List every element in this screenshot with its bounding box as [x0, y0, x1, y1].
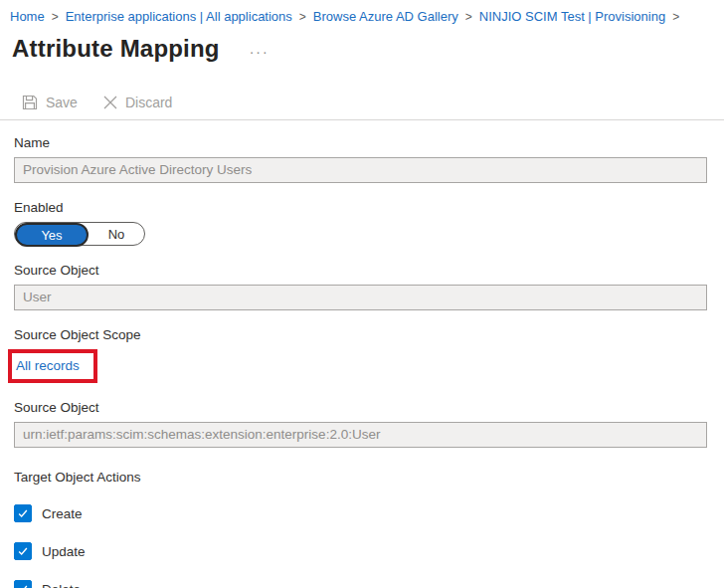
source-object-schema-group: Source Object urn:ietf:params:scim:schem…: [14, 400, 707, 448]
breadcrumb-separator: >: [465, 10, 472, 24]
source-object-scope-group: Source Object Scope All records: [14, 327, 707, 383]
create-checkbox-label: Create: [42, 506, 83, 521]
update-checkbox-label: Update: [42, 544, 86, 559]
name-label: Name: [14, 135, 707, 150]
breadcrumb-item-home[interactable]: Home: [10, 9, 45, 24]
checkmark-icon: [17, 583, 29, 588]
breadcrumb-separator: >: [52, 10, 59, 24]
delete-checkbox-label: Delete: [42, 582, 81, 588]
create-checkbox[interactable]: [14, 504, 32, 522]
breadcrumb: Home>Enterprise applications | All appli…: [0, 0, 724, 24]
delete-checkbox[interactable]: [14, 580, 32, 588]
name-input[interactable]: Provision Azure Active Directory Users: [14, 157, 707, 183]
source-object-schema-input[interactable]: urn:ietf:params:scim:schemas:extension:e…: [14, 422, 707, 448]
source-object-label: Source Object: [14, 263, 707, 278]
more-options-button[interactable]: ···: [250, 41, 270, 57]
create-action-row: Create: [14, 504, 707, 522]
discard-button[interactable]: Discard: [103, 95, 172, 110]
checkmark-icon: [17, 545, 29, 557]
breadcrumb-item-browse-gallery[interactable]: Browse Azure AD Gallery: [313, 9, 458, 24]
update-action-row: Update: [14, 542, 707, 560]
breadcrumb-item-enterprise-applications[interactable]: Enterprise applications | All applicatio…: [66, 9, 292, 24]
save-icon: [22, 95, 38, 110]
close-icon: [103, 96, 117, 109]
save-button-label: Save: [46, 95, 78, 110]
annotation-highlight-box: All records: [8, 349, 97, 383]
enabled-toggle-yes[interactable]: Yes: [15, 223, 89, 247]
breadcrumb-separator: >: [299, 10, 306, 24]
enabled-label: Enabled: [14, 200, 707, 215]
update-checkbox[interactable]: [14, 542, 32, 560]
target-object-actions-label: Target Object Actions: [14, 470, 707, 485]
breadcrumb-item-ninjio-provisioning[interactable]: NINJIO SCIM Test | Provisioning: [479, 9, 665, 24]
name-field-group: Name Provision Azure Active Directory Us…: [14, 135, 707, 183]
attribute-mapping-form: Name Provision Azure Active Directory Us…: [0, 120, 724, 588]
source-object-scope-label: Source Object Scope: [14, 327, 707, 342]
page-header: Attribute Mapping ···: [12, 35, 724, 63]
source-object-schema-label: Source Object: [14, 400, 707, 415]
command-bar: Save Discard: [0, 95, 724, 120]
save-button[interactable]: Save: [22, 95, 78, 110]
source-object-input[interactable]: User: [14, 285, 707, 310]
discard-button-label: Discard: [125, 95, 172, 110]
enabled-toggle[interactable]: Yes No: [14, 222, 145, 246]
enabled-toggle-no[interactable]: No: [89, 223, 144, 245]
enabled-field-group: Enabled Yes No: [14, 200, 707, 246]
source-object-field-group: Source Object User: [14, 263, 707, 310]
breadcrumb-separator: >: [672, 10, 679, 24]
target-object-actions-group: Target Object Actions Create Update: [14, 470, 707, 588]
checkmark-icon: [17, 507, 29, 519]
all-records-link[interactable]: All records: [16, 358, 80, 373]
page-title: Attribute Mapping: [12, 35, 220, 63]
delete-action-row: Delete: [14, 580, 707, 588]
